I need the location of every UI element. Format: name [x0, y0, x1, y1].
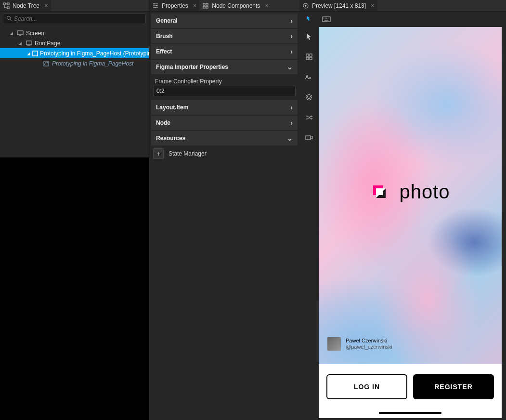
section-node[interactable]: Node › [151, 116, 298, 130]
avatar [327, 337, 341, 351]
node-tree-tab-bar: Node Tree × [0, 0, 149, 12]
svg-rect-30 [306, 57, 309, 60]
state-manager-label: State Manager [169, 150, 207, 157]
svg-point-16 [155, 7, 156, 8]
tree-item-pagehost-selected[interactable]: ◢ Prototyping in Figma_PageHost (Prototy… [0, 48, 149, 58]
camera-tool[interactable] [302, 131, 316, 144]
close-icon[interactable]: × [371, 2, 375, 9]
caret-icon: ◢ [27, 51, 30, 56]
tree-item-rootpage[interactable]: ◢ RootPage [0, 38, 149, 48]
device-preview: photo Pawel Czerwinski @pawel_czerwinski… [319, 27, 502, 418]
svg-point-14 [154, 3, 155, 4]
svg-rect-0 [3, 3, 5, 5]
chevron-right-icon: › [290, 32, 293, 40]
chevron-right-icon: › [290, 104, 293, 111]
svg-text:a: a [309, 76, 311, 80]
tab-label: Properties [162, 2, 188, 9]
chevron-right-icon: › [290, 119, 293, 127]
text-tool[interactable]: Aa [302, 70, 316, 84]
tab-node-tree[interactable]: Node Tree × [0, 0, 51, 11]
preview-tab-bar: Preview [1241 x 813] × [299, 0, 506, 12]
tab-node-components[interactable]: Node Components × [199, 0, 272, 11]
svg-rect-1 [7, 3, 9, 5]
section-label: Layout.Item [156, 104, 188, 111]
tab-properties[interactable]: Properties × [149, 0, 199, 11]
section-general[interactable]: General › [151, 13, 298, 28]
close-icon[interactable]: × [265, 2, 269, 9]
tree-item-screen[interactable]: ◢ Screen [0, 28, 149, 38]
chevron-right-icon: › [290, 17, 293, 25]
close-icon[interactable]: × [193, 2, 197, 9]
svg-text:A: A [305, 74, 309, 80]
close-icon[interactable]: × [44, 2, 48, 9]
cursor-tool[interactable] [302, 30, 316, 43]
preview-toolbar-horizontal [299, 12, 506, 27]
keyboard-tool[interactable] [320, 13, 333, 26]
svg-rect-28 [306, 54, 309, 56]
svg-rect-2 [7, 7, 9, 9]
section-label: Figma Importer Properties [156, 64, 228, 70]
caret-icon: ◢ [18, 41, 23, 46]
properties-icon [152, 2, 159, 9]
search-icon [6, 14, 12, 23]
svg-rect-34 [306, 136, 311, 140]
play-icon [302, 2, 309, 9]
svg-rect-9 [33, 51, 38, 56]
section-resources[interactable]: Resources ⌄ [151, 131, 298, 145]
section-label: Effect [156, 48, 172, 55]
tree-label: RootPage [35, 40, 60, 47]
logo-icon [370, 183, 389, 202]
chevron-right-icon: › [290, 48, 293, 55]
section-label: Resources [156, 135, 185, 142]
login-button[interactable]: LOG IN [326, 374, 407, 399]
tree-label: Prototyping in Figma_PageHost [52, 60, 133, 67]
logo-text: photo [399, 181, 450, 203]
section-label: General [156, 17, 178, 24]
svg-line-4 [10, 19, 12, 21]
section-layout-item[interactable]: Layout.Item › [151, 100, 298, 115]
section-effect[interactable]: Effect › [151, 44, 298, 59]
frame-icon [32, 50, 38, 57]
credit-name: Pawel Czerwinski [346, 338, 392, 344]
svg-rect-29 [310, 54, 312, 56]
tab-label: Node Tree [13, 2, 39, 9]
preview-toolbar-vertical: Aa [299, 27, 319, 420]
grid-tool[interactable] [302, 50, 316, 64]
layers-tool[interactable] [302, 91, 316, 104]
chevron-down-icon: ⌄ [287, 63, 293, 71]
tree-label: Screen [26, 30, 44, 37]
section-figma-importer[interactable]: Figma Importer Properties ⌄ [151, 60, 298, 74]
svg-rect-10 [44, 61, 49, 66]
tab-preview[interactable]: Preview [1241 x 813] × [299, 0, 377, 11]
section-label: Brush [156, 33, 173, 39]
svg-rect-18 [206, 3, 208, 5]
frame-controller-input[interactable] [153, 86, 296, 96]
components-icon [202, 2, 209, 9]
add-button[interactable]: + [153, 148, 164, 159]
svg-rect-19 [203, 6, 205, 8]
tab-label: Node Components [212, 2, 260, 9]
svg-rect-22 [323, 17, 330, 22]
tree-item-pagehost-ref[interactable]: Prototyping in Figma_PageHost [0, 58, 149, 68]
caret-icon: ◢ [10, 31, 14, 36]
credit-handle: @pawel_czerwinski [346, 344, 392, 350]
register-button[interactable]: REGISTER [413, 374, 494, 399]
svg-point-3 [7, 16, 11, 20]
monitor-icon [16, 30, 24, 37]
frame-controller-label: Frame Controller Property [153, 78, 296, 85]
node-tree: ◢ Screen ◢ RootPage ◢ [0, 26, 149, 158]
svg-point-15 [156, 5, 157, 6]
search-input[interactable] [14, 15, 143, 22]
tree-icon [3, 2, 10, 9]
credit-row: Pawel Czerwinski @pawel_czerwinski [327, 337, 392, 351]
properties-tab-bar: Properties × Node Components × [149, 0, 299, 12]
page-icon [25, 40, 33, 47]
shuffle-tool[interactable] [302, 111, 316, 124]
section-brush[interactable]: Brush › [151, 29, 298, 43]
touch-tool[interactable] [302, 13, 316, 26]
svg-rect-31 [310, 57, 312, 60]
link-icon [42, 60, 50, 67]
chevron-down-icon: ⌄ [287, 134, 293, 142]
search-input-wrap[interactable] [3, 13, 146, 24]
svg-rect-7 [26, 41, 31, 45]
